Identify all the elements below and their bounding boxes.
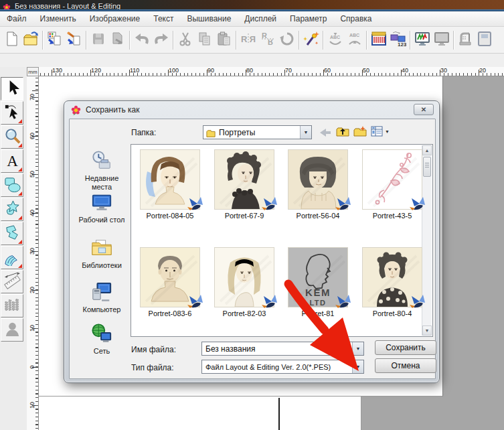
tool-select-button[interactable] [1,77,23,100]
file-thumbnail[interactable] [141,150,199,209]
back-button[interactable] [319,127,332,139]
export-button [108,30,127,50]
app-flower-icon [3,2,11,10]
rotate-icon [279,31,295,49]
stitch-block-tool-icon [3,296,21,316]
place-network[interactable]: Сеть [75,323,129,356]
place-recent-places[interactable]: Недавние места [75,150,129,192]
chevron-down-icon[interactable]: ▼ [300,126,311,139]
place-desktop[interactable]: Рабочий стол [75,192,129,224]
file-item[interactable]: Portret-083-6 [138,248,202,317]
up-one-level-button[interactable] [336,125,349,137]
design-page-bottom[interactable] [39,397,361,430]
file-list[interactable]: ▲ ▼ Portret-084-05Portret-67-9Portret-56… [131,144,433,337]
tool-palette: A [1,77,25,342]
file-item[interactable]: Portret-43-5 [360,150,424,220]
new-document-button[interactable] [1,30,21,50]
back-arrow-icon [319,127,332,139]
tool-manual-punch-button[interactable] [1,246,23,269]
h-ruler-label: 50 [363,67,369,74]
filetype-combobox[interactable]: Файл Layout & Editing Ver. 2.0(*.PES) ▼ [201,360,364,374]
hummingbird-logo-icon [410,197,426,211]
toolbar: RRRRABCABC123 [0,27,504,54]
stitch-simulator-icon [414,31,430,49]
file-thumbnail[interactable] [141,248,199,307]
place-computer[interactable]: Компьютер [75,281,129,314]
dialog-close-button[interactable]: ✕ [414,104,434,115]
toolbar-group: ABCABC [325,30,364,50]
chevron-down-icon[interactable]: ▼ [352,342,363,355]
chevron-down-icon[interactable]: ▼ [352,360,363,373]
toolbar-separator [453,31,454,50]
menu-item-help[interactable]: Справка [333,11,378,26]
dialog-title-bar[interactable]: Сохранить как [64,101,439,119]
menu-item-sew[interactable]: Вышивание [180,11,238,26]
folder-combobox[interactable]: Портреты ▼ [203,125,312,139]
dialog-flower-icon [71,105,81,115]
file-item[interactable]: KEMLTDPortret-81 [286,248,350,317]
file-thumbnail[interactable] [288,150,347,209]
cut-button [175,30,195,50]
menu-item-image[interactable]: Изображение [83,11,147,26]
menu-item-option[interactable]: Параметр [283,11,333,26]
network-icon [91,335,112,346]
save-button[interactable]: Сохранить [375,340,436,355]
file-thumbnail[interactable] [363,248,422,307]
toolbar-group [456,30,495,50]
tool-measure-button[interactable] [1,270,23,293]
tool-open-shapes-button[interactable] [1,222,23,245]
scroll-down-icon[interactable]: ▼ [422,326,432,336]
menu-bar: ФайлИзменитьИзображениеТекстВышиваниеДис… [0,11,504,27]
import-image-button[interactable] [45,30,64,50]
new-folder-button[interactable] [353,125,367,137]
save-as-dialog: Сохранить как ✕ Папка: Портреты ▼ [64,100,440,383]
svg-text:A: A [7,152,18,169]
tool-stitch-block-button[interactable] [1,294,23,317]
tool-text-button[interactable]: A [1,149,23,173]
file-item[interactable]: Portret-82-03 [212,248,276,317]
views-button[interactable]: ▼ [371,125,390,137]
text-arch-down-icon: ABC [327,31,343,49]
cancel-button[interactable]: Отмена [375,358,436,373]
dialog-body: Папка: Портреты ▼ ▼ Недавние мес [69,119,436,379]
thread-chart-button[interactable] [369,30,388,50]
toolbar-separator [410,31,410,50]
file-thumbnail[interactable]: KEMLTD [288,248,347,307]
tool-portrait-button[interactable] [1,318,23,342]
filename-combobox[interactable]: Без названия ▼ [201,342,364,356]
hummingbird-logo-icon [262,295,278,309]
write-to-card-icon [477,31,493,49]
file-thumbnail[interactable] [215,150,274,209]
magic-wand-button[interactable] [301,30,321,50]
mirror-horizontal-icon: RR [240,31,256,49]
toolbar-group [175,30,234,50]
open-file-button[interactable] [21,30,40,50]
redo-button [151,30,171,50]
toolbar-separator [86,31,86,50]
file-item[interactable]: Portret-56-04 [286,150,350,220]
toolbar-group [88,30,127,50]
menu-item-edit[interactable]: Изменить [33,11,83,26]
file-thumbnail[interactable] [363,150,422,209]
file-thumbnail[interactable] [215,248,274,307]
file-item[interactable]: Portret-084-05 [138,150,202,220]
toolbar-group [301,30,321,50]
libraries-icon [91,249,112,261]
toolbar-group [1,30,40,50]
file-item[interactable]: Portret-67-9 [212,150,276,220]
import-design-button[interactable] [64,30,84,50]
stitch-simulator-button[interactable] [412,30,432,50]
copy-icon [197,31,213,49]
tool-closed-shapes-button[interactable] [1,198,23,221]
file-item[interactable]: Portret-80-4 [360,248,424,317]
sewing-order-button[interactable]: 123 [388,30,408,50]
menu-item-file[interactable]: Файл [0,11,33,26]
menu-item-display[interactable]: Дисплей [238,11,283,26]
tool-point-edit-button[interactable] [1,101,23,125]
save-button [88,30,108,50]
menu-item-text[interactable]: Текст [147,11,180,26]
tool-zoom-button[interactable] [1,125,23,149]
place-libraries[interactable]: Библиотеки [75,237,129,270]
tool-basic-shapes-button[interactable] [1,173,23,197]
measure-tool-icon [3,272,21,292]
